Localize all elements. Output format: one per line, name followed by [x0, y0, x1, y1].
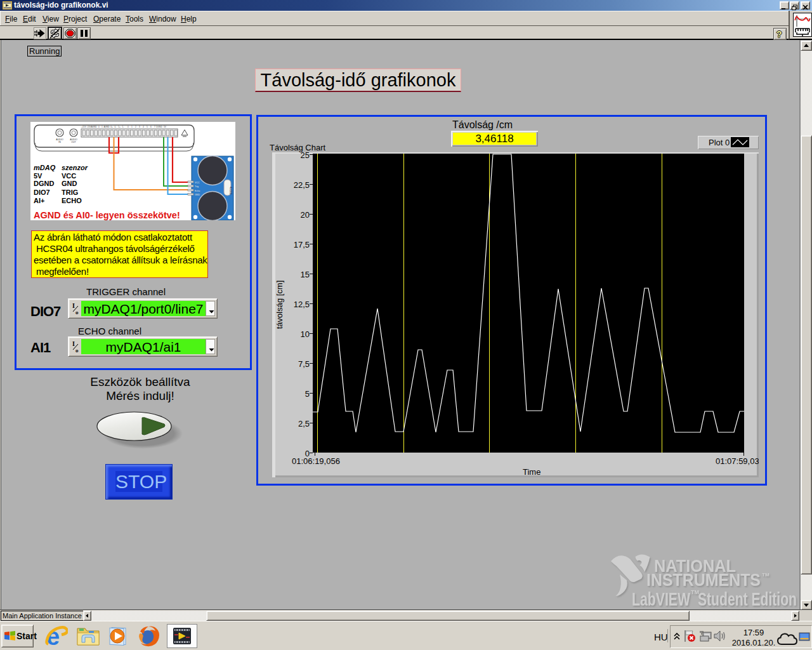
svg-text:ECHO: ECHO [62, 197, 82, 204]
svg-text:GND: GND [195, 194, 200, 196]
svg-text:1-: 1- [122, 126, 124, 128]
svg-text:5V: 5V [34, 172, 43, 180]
svg-text:TRIG: TRIG [62, 189, 78, 196]
svg-text:AGND és AI0- legyen összekötve: AGND és AI0- legyen összekötve! [34, 210, 180, 220]
svg-text:OUT: OUT [71, 141, 76, 143]
svg-text:AI+: AI+ [34, 197, 44, 204]
svg-text:o: o [75, 347, 79, 354]
svg-text:+15V: +15V [81, 126, 86, 128]
svg-text:0: 0 [98, 126, 100, 128]
svg-text:1: 1 [102, 126, 103, 128]
svg-text:IN: IN [58, 141, 61, 143]
svg-text:0-: 0- [115, 126, 117, 128]
svg-text:DIO7: DIO7 [34, 189, 50, 196]
svg-text:VCC: VCC [195, 182, 200, 184]
svg-text:mDAQ: mDAQ [34, 164, 56, 171]
svg-text:0+: 0+ [110, 126, 113, 128]
svg-text:Echo: Echo [195, 190, 200, 192]
svg-text:LabVIEW: LabVIEW [632, 588, 690, 609]
svg-text:Trig: Trig [195, 185, 199, 188]
svg-text:INSTRUMENTS: INSTRUMENTS [646, 570, 761, 590]
svg-text:VCC: VCC [62, 172, 76, 180]
svg-text:3: 3 [139, 126, 140, 128]
svg-text:4.000: 4.000 [229, 187, 233, 195]
svg-text:szenzor: szenzor [62, 164, 88, 171]
svg-text:Student Edition: Student Edition [698, 588, 797, 609]
svg-text:7: 7 [154, 126, 155, 128]
svg-text:o: o [75, 309, 79, 315]
svg-text:DGND: DGND [156, 126, 162, 128]
svg-text:4: 4 [143, 126, 144, 128]
svg-text:DGND: DGND [34, 180, 54, 187]
svg-text:2: 2 [135, 126, 136, 128]
svg-text:0: 0 [128, 126, 129, 128]
svg-text:AGND: AGND [91, 126, 97, 128]
svg-text:6: 6 [150, 126, 152, 128]
svg-text:I: I [72, 340, 75, 347]
svg-text:1: 1 [131, 126, 133, 128]
svg-text:GND: GND [62, 180, 77, 187]
svg-text:I: I [72, 302, 75, 309]
svg-text:AGND: AGND [103, 126, 110, 128]
svg-text:5: 5 [147, 126, 148, 128]
svg-text:TM: TM [762, 572, 769, 578]
svg-text:1+: 1+ [118, 126, 121, 128]
